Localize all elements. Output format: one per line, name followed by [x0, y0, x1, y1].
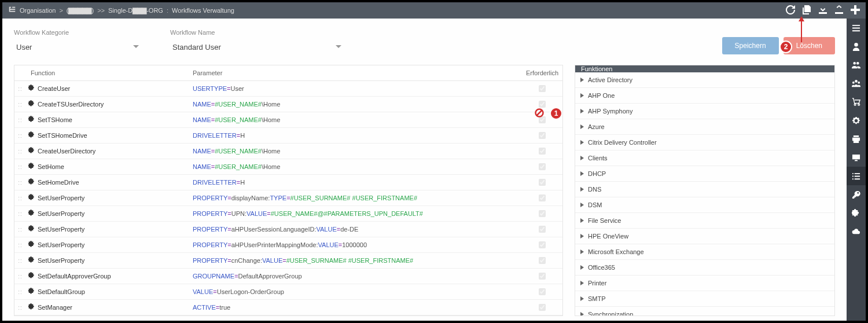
plus-icon[interactable]: [851, 5, 860, 16]
required-checkbox: [539, 179, 546, 186]
drag-handle-icon[interactable]: ::: [14, 226, 26, 233]
cell-function: CreateUser: [26, 85, 188, 93]
drag-handle-icon[interactable]: ::: [14, 273, 26, 280]
upload-icon[interactable]: [834, 5, 844, 16]
caret-right-icon: [580, 248, 584, 255]
workflow-category-label: Workflow Kategorie: [14, 29, 141, 36]
cell-required: [522, 132, 562, 139]
functions-group[interactable]: DSM: [575, 197, 834, 213]
functions-group[interactable]: Clients: [575, 151, 834, 166]
table-row[interactable]: ::SetUserPropertyPROPERTY=cnChange:VALUE…: [14, 253, 562, 269]
table-row[interactable]: ::SetUserPropertyPROPERTY=aHPUserSession…: [14, 222, 562, 237]
table-row[interactable]: ::SetManagerACTIVE=true: [14, 300, 562, 315]
rail-gear-icon[interactable]: [847, 111, 866, 130]
rail-list-icon[interactable]: [847, 167, 866, 185]
table-row[interactable]: ::CreateTSUserDirectoryNAME=#USER_NAME#\…: [14, 97, 562, 112]
cell-parameter: NAME=#USER_NAME#\Home: [188, 116, 522, 123]
drag-handle-icon[interactable]: ::: [14, 195, 26, 201]
cell-parameter: VALUE=UserLogon-OrderGroup: [188, 288, 522, 295]
breadcrumb-root[interactable]: Organisation: [20, 7, 56, 14]
drag-handle-icon[interactable]: ::: [14, 211, 26, 217]
cell-required: [522, 148, 562, 155]
rail-users-icon[interactable]: [847, 56, 866, 74]
breadcrumb-mid[interactable]: (▇▇▇▇▇): [67, 7, 94, 14]
copy-icon[interactable]: [802, 5, 811, 16]
cell-parameter: ACTIVE=true: [188, 304, 522, 311]
functions-group[interactable]: HPE OneView: [575, 229, 834, 244]
refresh-icon[interactable]: [786, 5, 795, 16]
rail-cart-icon[interactable]: [847, 93, 866, 111]
workflow-name-select[interactable]: Standard User: [170, 39, 344, 54]
rail-menu-icon[interactable]: [847, 19, 866, 37]
functions-group[interactable]: DNS: [575, 182, 834, 197]
table-row[interactable]: ::SetTSHomeDriveDRIVELETTER=H: [14, 128, 562, 144]
drag-handle-icon[interactable]: ::: [14, 304, 26, 311]
delete-button[interactable]: Löschen: [784, 37, 835, 54]
puzzle-icon: [28, 85, 35, 93]
functions-group[interactable]: Active Directory: [575, 72, 834, 88]
table-row[interactable]: ::SetDefaultGroupVALUE=UserLogon-OrderGr…: [14, 284, 562, 300]
table-row[interactable]: ::SetUserPropertyPROPERTY=UPN:VALUE=#USE…: [14, 206, 562, 222]
table-row[interactable]: ::CreateUserDirectoryNAME=#USER_NAME#\Ho…: [14, 144, 562, 159]
rail-group-icon[interactable]: [847, 74, 866, 93]
table-row[interactable]: ::SetDefaultApproverGroupGROUPNAME=Defau…: [14, 269, 562, 284]
drag-handle-icon[interactable]: ::: [14, 289, 26, 295]
puzzle-icon: [28, 147, 35, 155]
table-row[interactable]: ::SetHomeDriveDRIVELETTER=H: [14, 175, 562, 190]
functions-group[interactable]: SMTP: [575, 291, 834, 307]
table-row[interactable]: ::SetHomeNAME=#USER_NAME#\Home: [14, 159, 562, 175]
functions-group[interactable]: Microsoft Exchange: [575, 244, 834, 260]
cell-required: [522, 101, 562, 108]
drag-handle-icon[interactable]: ::: [14, 258, 26, 264]
cell-parameter: USERTYPE=User: [188, 85, 522, 92]
cell-required: [522, 163, 562, 170]
functions-group[interactable]: Citrix Delivery Controller: [575, 135, 834, 151]
drag-handle-icon[interactable]: ::: [14, 117, 26, 123]
rail-key-icon[interactable]: [847, 185, 866, 204]
download-icon[interactable]: [818, 5, 827, 16]
drag-handle-icon[interactable]: ::: [14, 242, 26, 248]
col-required[interactable]: Erforderlich: [522, 65, 562, 80]
cell-required: [522, 241, 562, 248]
drag-handle-icon[interactable]: ::: [14, 179, 26, 186]
rail-cloud-icon[interactable]: [847, 222, 866, 241]
cell-parameter: NAME=#USER_NAME#\Home: [188, 101, 522, 108]
drag-handle-icon[interactable]: ::: [14, 148, 26, 155]
breadcrumb-leaf-a[interactable]: Single-D▇▇▇-ORG: [108, 7, 163, 14]
functions-group[interactable]: Office365: [575, 260, 834, 276]
cell-function: CreateUserDirectory: [26, 147, 188, 155]
functions-group[interactable]: AHP One: [575, 88, 834, 104]
workflow-category-select[interactable]: User: [14, 39, 141, 54]
functions-group[interactable]: Azure: [575, 119, 834, 135]
table-row[interactable]: ::SetTSHomeNAME=#USER_NAME#\Home: [14, 112, 562, 128]
drag-handle-icon[interactable]: ::: [14, 101, 26, 108]
cell-parameter: DRIVELETTER=H: [188, 179, 522, 186]
caret-right-icon: [580, 108, 584, 115]
rail-print-icon[interactable]: [847, 130, 866, 148]
drag-handle-icon[interactable]: ::: [14, 164, 26, 170]
rail-desktop-icon[interactable]: [847, 148, 866, 167]
rail-user-icon[interactable]: [847, 37, 866, 56]
workflow-name-label: Workflow Name: [170, 29, 344, 36]
functions-group[interactable]: AHP Symphony: [575, 104, 834, 119]
caret-right-icon: [580, 311, 584, 316]
col-function[interactable]: Function: [26, 65, 188, 80]
table-row[interactable]: ::CreateUserUSERTYPE=User: [14, 81, 562, 97]
functions-group[interactable]: DHCP: [575, 166, 834, 182]
workflow-steps-grid: Function Parameter Erforderlich ::Create…: [14, 65, 563, 316]
breadcrumb-leaf-b: Workflows Verwaltung: [172, 7, 234, 14]
functions-group[interactable]: Printer: [575, 276, 834, 291]
cell-required: [522, 304, 562, 311]
table-row[interactable]: ::SetUserPropertyPROPERTY=aHPUserPrinter…: [14, 237, 562, 253]
col-parameter[interactable]: Parameter: [188, 65, 522, 80]
puzzle-icon: [28, 210, 35, 218]
drag-handle-icon[interactable]: ::: [14, 86, 26, 92]
drag-handle-icon[interactable]: ::: [14, 133, 26, 139]
functions-group[interactable]: Synchronization: [575, 307, 834, 316]
table-row[interactable]: ::SetUserPropertyPROPERTY=displayName:TY…: [14, 190, 562, 206]
save-button[interactable]: Speichern: [722, 37, 779, 54]
rail-puzzle-icon[interactable]: [847, 204, 866, 222]
cell-parameter: PROPERTY=displayName:TYPE=#USER_SURNAME#…: [188, 194, 522, 201]
functions-group[interactable]: File Service: [575, 213, 834, 229]
required-checkbox: [539, 304, 546, 311]
